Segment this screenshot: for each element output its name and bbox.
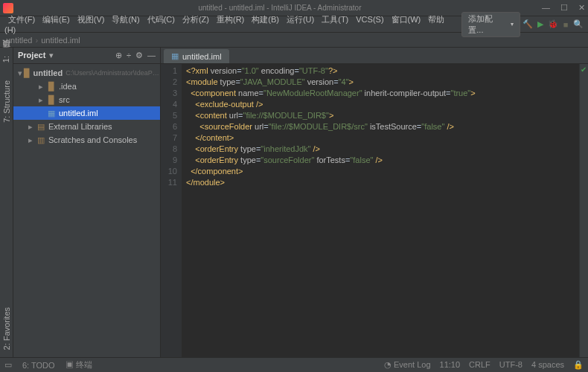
line-gutter: 1234567891011 [161,64,182,357]
chevron-right-icon[interactable]: ▸ [28,135,36,145]
chevron-right-icon[interactable]: ▸ [39,95,46,105]
menu-item[interactable]: 工具(T) [318,13,352,25]
menu-item[interactable]: 分析(Z) [179,13,213,25]
menu-item[interactable]: 代码(C) [144,13,179,25]
folder-icon: ▤ [36,122,46,132]
chevron-down-icon[interactable]: ▾ [18,68,23,78]
editor-body[interactable]: 1234567891011 <?xml version="1.0" encodi… [161,64,588,357]
inspections-gutter[interactable]: ✔ [579,64,588,357]
menu-item[interactable]: 重构(R) [213,13,248,25]
status-menu-icon[interactable]: ▭ [4,360,12,370]
file-icon: ▦ [171,51,179,61]
run-config-dropdown[interactable]: 添加配置... ▾ [461,12,520,37]
menu-item[interactable]: 编辑(E) [39,13,74,25]
breadcrumb-file[interactable]: untitled.iml [41,36,80,45]
minimize-icon[interactable]: — [542,3,550,13]
editor-tab-untitled[interactable]: ▦ untitled.iml [164,49,229,63]
status-event-log[interactable]: ◔ Event Log [384,360,431,370]
tree-item-label: Scratches and Consoles [48,135,137,144]
tree-item[interactable]: ▸▤External Libraries [13,120,160,133]
folder-icon: ▥ [36,135,46,145]
run-icon[interactable]: ▶ [535,19,546,30]
lock-icon[interactable]: 🔒 [573,360,584,370]
tree-item-label: untitled.iml [59,109,98,118]
breadcrumb-project[interactable]: untitled [6,36,32,45]
project-view-switcher[interactable]: Project ▾ [18,51,54,60]
expand-all-icon[interactable]: ÷ [127,51,131,60]
tree-item[interactable]: ▦untitled.iml [13,106,160,120]
tab-structure[interactable]: 7: Structure [1,77,13,126]
folder-icon: ▉ [46,82,57,92]
tab-project[interactable]: 1: 项目 [0,51,13,65]
tree-root[interactable]: ▾ ▉ untitled C:\Users\Administrator\Idea… [13,66,160,80]
status-indent[interactable]: 4 spaces [531,360,564,370]
tree-item[interactable]: ▸▥Scratches and Consoles [13,133,160,147]
tree-root-path: C:\Users\Administrator\IdeaProjects\unti… [65,69,160,77]
status-encoding[interactable]: UTF-8 [499,360,523,370]
status-eol[interactable]: CRLF [469,360,490,370]
editor-tabbar: ▦ untitled.iml [161,48,588,64]
chevron-right-icon[interactable]: ▸ [39,82,46,92]
folder-icon: ▉ [46,95,57,105]
select-opened-icon[interactable]: ⊕ [115,51,122,60]
build-icon[interactable]: 🔨 [523,19,533,30]
tree-root-label: untitled [33,68,63,77]
chevron-right-icon[interactable]: ▸ [28,122,36,132]
status-todo[interactable]: 6: TODO [22,361,55,370]
editor-tab-label: untitled.iml [182,52,222,61]
menu-item[interactable]: VCS(S) [352,13,387,25]
tree-item[interactable]: ▸▉.idea [13,80,160,93]
menu-item[interactable]: 导航(N) [108,13,143,25]
ok-check-icon: ✔ [581,65,587,74]
menu-item[interactable]: 窗口(W) [388,13,425,25]
hide-panel-icon[interactable]: — [147,51,156,60]
statusbar: ▭ 6: TODO ▣ 终端 ◔ Event Log 11:10 CRLF UT… [0,357,588,372]
menu-item[interactable]: 运行(U) [283,13,318,25]
status-terminal[interactable]: ▣ 终端 [65,359,92,371]
menu-item[interactable]: 构建(B) [248,13,283,25]
status-caret-pos[interactable]: 11:10 [440,360,461,370]
menubar: 文件(F)编辑(E)视图(V)导航(N)代码(C)分析(Z)重构(R)构建(B)… [0,16,588,33]
intellij-logo-icon [3,3,13,13]
chevron-right-icon: › [35,36,38,45]
project-tool-window: Project ▾ ⊕ ÷ ⚙ — ▾ ▉ untitled C:\Users\… [13,48,161,357]
editor: ▦ untitled.iml 1234567891011 <?xml versi… [161,48,588,357]
tree-item-label: src [59,95,70,104]
maximize-icon[interactable]: ☐ [560,3,568,13]
tree-item-label: External Libraries [48,122,112,131]
close-icon[interactable]: ✕ [578,3,585,13]
project-panel-header: Project ▾ ⊕ ÷ ⚙ — [13,48,160,64]
project-tree[interactable]: ▾ ▉ untitled C:\Users\Administrator\Idea… [13,64,160,357]
stop-icon[interactable]: ■ [560,19,571,30]
search-icon[interactable]: 🔍 [573,19,584,30]
left-tool-gutter: 1: 项目 7: Structure 2: Favorites [0,48,13,357]
file-icon: ▦ [46,109,57,118]
tab-favorites[interactable]: 2: Favorites [1,304,13,353]
settings-gear-icon[interactable]: ⚙ [135,51,143,60]
window-title: untitled - untitled.iml - IntelliJ IDEA … [18,4,542,12]
code-area[interactable]: <?xml version="1.0" encoding="UTF-8"?><m… [182,64,579,357]
folder-icon: ▉ [23,68,31,78]
menu-item[interactable]: 视图(V) [74,13,109,25]
tree-item[interactable]: ▸▉src [13,93,160,106]
tree-item-label: .idea [59,82,77,91]
debug-icon[interactable]: 🐞 [548,19,558,30]
